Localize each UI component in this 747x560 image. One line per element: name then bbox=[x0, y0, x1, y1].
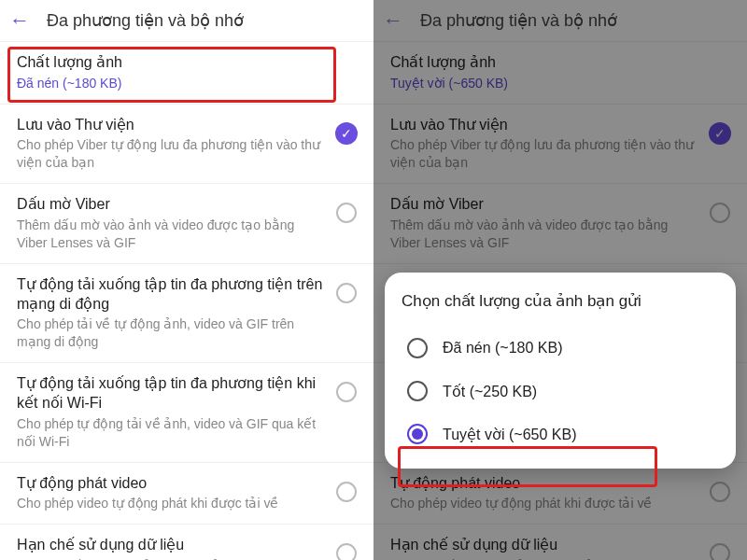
row-title: Tự động phát video bbox=[390, 474, 697, 494]
checkmark-icon: ✓ bbox=[335, 122, 358, 145]
phone-left: ← Đa phương tiện và bộ nhớ Chất lượng ản… bbox=[0, 0, 374, 560]
checkbox-unchecked[interactable] bbox=[334, 480, 359, 504]
checkbox-checked[interactable]: ✓ bbox=[334, 121, 359, 146]
row-autodownload-mobile[interactable]: Tự động tải xuống tập tin đa phương tiện… bbox=[0, 264, 374, 363]
row-subtitle: Tuyệt vời (~650 KB) bbox=[390, 75, 732, 92]
row-title: Tự động tải xuống tập tin đa phương tiện… bbox=[17, 374, 323, 413]
row-autoplay-video[interactable]: Tự động phát video Cho phép video tự độn… bbox=[374, 463, 747, 525]
row-subtitle: Thêm dấu mờ vào ảnh và video được tạo bằ… bbox=[17, 217, 323, 252]
phone-right: ← Đa phương tiện và bộ nhớ Chất lượng ản… bbox=[374, 0, 747, 560]
row-title: Dấu mờ Viber bbox=[390, 195, 697, 215]
back-icon[interactable]: ← bbox=[9, 10, 30, 31]
row-subtitle: Cho phép Viber tự động lưu đa phương tiệ… bbox=[390, 136, 697, 172]
row-title: Tự động tải xuống tập tin đa phương tiện… bbox=[17, 275, 323, 315]
row-title: Chất lượng ảnh bbox=[390, 53, 732, 73]
radio-icon bbox=[407, 381, 428, 401]
settings-list: Chất lượng ảnh Đã nén (~180 KB) Lưu vào … bbox=[0, 42, 374, 560]
checkbox-unchecked[interactable] bbox=[334, 541, 359, 560]
row-subtitle: Cho phép Viber tự động lưu đa phương tiệ… bbox=[17, 136, 323, 172]
row-title: Dấu mờ Viber bbox=[17, 195, 323, 215]
row-title: Lưu vào Thư viện bbox=[390, 116, 697, 135]
row-watermark[interactable]: Dấu mờ Viber Thêm dấu mờ vào ảnh và vide… bbox=[0, 184, 374, 264]
row-subtitle: Cho phép tải về tự động ảnh, video và GI… bbox=[17, 315, 323, 351]
radio-icon bbox=[407, 424, 428, 444]
row-title: Tự động phát video bbox=[17, 474, 323, 494]
checkbox-unchecked[interactable] bbox=[334, 201, 359, 225]
dialog-title: Chọn chất lượng của ảnh bạn gửi bbox=[402, 291, 719, 312]
checkbox-checked[interactable]: ✓ bbox=[708, 121, 732, 146]
appbar-title: Đa phương tiện và bộ nhớ bbox=[420, 10, 617, 31]
option-excellent[interactable]: Tuyệt vời (~650 KB) bbox=[402, 413, 719, 455]
row-autodownload-wifi[interactable]: Tự động tải xuống tập tin đa phương tiện… bbox=[0, 363, 374, 462]
row-image-quality[interactable]: Chất lượng ảnh Đã nén (~180 KB) bbox=[0, 42, 374, 105]
row-image-quality[interactable]: Chất lượng ảnh Tuyệt vời (~650 KB) bbox=[374, 42, 747, 105]
row-restrict-data[interactable]: Hạn chế sử dụng dữ liệu Viber sẽ tối ưu … bbox=[374, 525, 747, 560]
row-subtitle: Cho phép video tự động phát khi được tải… bbox=[390, 495, 697, 512]
appbar: ← Đa phương tiện và bộ nhớ bbox=[374, 0, 747, 42]
checkbox-unchecked[interactable] bbox=[334, 380, 359, 404]
row-title: Hạn chế sử dụng dữ liệu bbox=[17, 536, 323, 555]
checkbox-unchecked[interactable] bbox=[708, 201, 732, 225]
option-compressed[interactable]: Đã nén (~180 KB) bbox=[402, 327, 719, 370]
option-label: Tốt (~250 KB) bbox=[443, 383, 537, 400]
row-restrict-data[interactable]: Hạn chế sử dụng dữ liệu Viber sẽ tối ưu … bbox=[0, 525, 374, 560]
checkbox-unchecked[interactable] bbox=[708, 480, 732, 504]
radio-icon bbox=[407, 338, 428, 358]
row-title: Hạn chế sử dụng dữ liệu bbox=[390, 536, 697, 555]
back-icon[interactable]: ← bbox=[383, 10, 403, 31]
row-title: Chất lượng ảnh bbox=[17, 53, 359, 73]
row-save-to-library[interactable]: Lưu vào Thư viện Cho phép Viber tự động … bbox=[374, 105, 747, 185]
appbar: ← Đa phương tiện và bộ nhớ bbox=[0, 0, 374, 42]
option-good[interactable]: Tốt (~250 KB) bbox=[402, 370, 719, 413]
checkbox-unchecked[interactable] bbox=[334, 281, 359, 305]
quality-dialog: Chọn chất lượng của ảnh bạn gửi Đã nén (… bbox=[385, 273, 736, 469]
row-save-to-library[interactable]: Lưu vào Thư viện Cho phép Viber tự động … bbox=[0, 105, 374, 185]
checkmark-icon: ✓ bbox=[709, 122, 731, 145]
checkbox-unchecked[interactable] bbox=[708, 541, 732, 560]
option-label: Tuyệt vời (~650 KB) bbox=[443, 426, 576, 443]
row-subtitle: Cho phép video tự động phát khi được tải… bbox=[17, 495, 323, 512]
row-subtitle: Đã nén (~180 KB) bbox=[17, 75, 359, 92]
row-title: Lưu vào Thư viện bbox=[17, 116, 323, 135]
row-subtitle: Thêm dấu mờ vào ảnh và video được tạo bằ… bbox=[390, 217, 697, 252]
row-watermark[interactable]: Dấu mờ Viber Thêm dấu mờ vào ảnh và vide… bbox=[374, 184, 747, 264]
option-label: Đã nén (~180 KB) bbox=[443, 340, 563, 357]
row-autoplay-video[interactable]: Tự động phát video Cho phép video tự độn… bbox=[0, 463, 374, 525]
appbar-title: Đa phương tiện và bộ nhớ bbox=[47, 10, 244, 31]
row-subtitle: Cho phép tự động tải về ảnh, video và GI… bbox=[17, 415, 323, 451]
